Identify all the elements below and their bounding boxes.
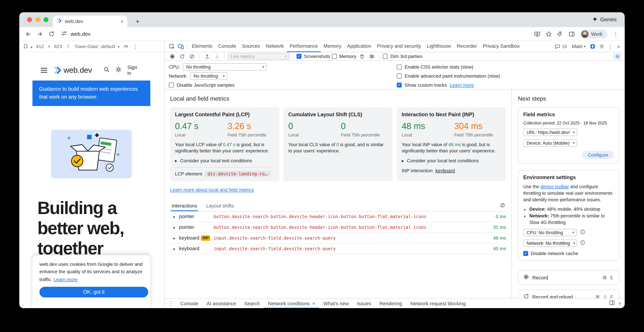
cookie-accept-button[interactable]: OK, got it bbox=[40, 287, 148, 298]
clear-interactions-icon[interactable] bbox=[500, 202, 505, 210]
dim-3rd-parties-checkbox-box[interactable] bbox=[383, 54, 388, 59]
bookmark-star-icon[interactable] bbox=[544, 29, 554, 39]
configure-button[interactable]: Configure bbox=[582, 151, 614, 159]
interaction-target[interactable]: button.devsite-search-button.devsite-hea… bbox=[214, 225, 482, 230]
interaction-target[interactable]: input.devsite-search-field.devsite-searc… bbox=[214, 236, 482, 240]
ignore-listing-icon[interactable] bbox=[368, 52, 376, 60]
context-selector[interactable]: Main bbox=[570, 44, 588, 49]
tab-lighthouse[interactable]: Lighthouse bbox=[424, 41, 454, 52]
interaction-target[interactable]: input.devsite-search-field.devsite-searc… bbox=[214, 246, 482, 251]
cookie-learn-more-link[interactable]: Learn more bbox=[54, 277, 78, 282]
extensions-puzzle-icon[interactable] bbox=[555, 29, 565, 39]
inp-interaction-link[interactable]: keyboard bbox=[436, 168, 455, 173]
inspect-element-icon[interactable] bbox=[167, 42, 176, 52]
tab-console[interactable]: Console bbox=[215, 41, 239, 52]
row-expand-icon[interactable] bbox=[173, 236, 179, 240]
close-window-button[interactable] bbox=[27, 17, 32, 22]
search-icon[interactable] bbox=[104, 66, 110, 74]
row-expand-icon[interactable] bbox=[173, 246, 179, 251]
drawer-tab-rendering[interactable]: Rendering bbox=[375, 298, 406, 308]
devtools-close-icon[interactable] bbox=[615, 42, 622, 52]
webdev-logo[interactable]: web.dev bbox=[53, 66, 92, 75]
env-network-select[interactable]: Network: No throttling bbox=[523, 240, 577, 247]
screenshots-checkbox[interactable]: Screenshots bbox=[296, 54, 330, 59]
screenshots-checkbox-box[interactable] bbox=[296, 54, 301, 59]
drawer-tab-issues[interactable]: Issues bbox=[353, 298, 376, 308]
throttling-indicator-icon[interactable] bbox=[123, 43, 129, 50]
minimize-window-button[interactable] bbox=[35, 17, 40, 22]
inp-test-conditions-toggle[interactable]: Consider your local test conditions bbox=[402, 158, 501, 164]
collect-garbage-icon[interactable] bbox=[358, 52, 366, 60]
device-type-select[interactable] bbox=[23, 44, 32, 49]
issues-counter[interactable]: 16 bbox=[553, 44, 569, 49]
show-custom-tracks-checkbox[interactable] bbox=[397, 82, 402, 87]
browser-tab[interactable]: web.dev bbox=[53, 16, 127, 27]
capture-settings-gear-icon[interactable] bbox=[613, 53, 622, 60]
devtools-menu-icon[interactable] bbox=[607, 42, 614, 52]
install-icon[interactable] bbox=[532, 29, 542, 39]
dimension-stepper-icon[interactable] bbox=[66, 44, 70, 49]
site-settings-icon[interactable] bbox=[61, 30, 67, 38]
devtools-settings-gear-icon[interactable] bbox=[598, 42, 606, 52]
tab-performance[interactable]: Performance bbox=[287, 41, 321, 52]
record-icon[interactable] bbox=[168, 52, 176, 60]
drawer-tab-search[interactable]: Search bbox=[240, 298, 264, 308]
reload-icon[interactable] bbox=[46, 29, 56, 39]
dim-3rd-parties-checkbox[interactable]: Dim 3rd parties bbox=[383, 54, 422, 59]
viewport-height-value[interactable]: 823 bbox=[54, 44, 62, 49]
cpu-info-icon[interactable] bbox=[580, 229, 586, 236]
record-and-reload-button[interactable]: Record and reload ⌘ ⇧ E bbox=[518, 290, 619, 298]
close-drawer-icon[interactable] bbox=[618, 301, 622, 306]
tab-elements[interactable]: Elements bbox=[189, 41, 215, 52]
zoom-window-button[interactable] bbox=[44, 17, 48, 22]
drawer-tab-network-request-blocking[interactable]: Network request blocking bbox=[406, 298, 470, 308]
tab-close-icon[interactable] bbox=[120, 19, 124, 24]
forward-icon[interactable] bbox=[35, 29, 45, 39]
drawer-menu-icon[interactable] bbox=[168, 300, 174, 307]
record-and-reload-icon[interactable] bbox=[178, 52, 186, 60]
interaction-row[interactable]: pointer button.devsite-search-button.dev… bbox=[170, 222, 506, 233]
history-mode-select[interactable]: Live metrics bbox=[228, 53, 290, 60]
paint-instrumentation-checkbox[interactable] bbox=[397, 74, 402, 78]
side-panel-icon[interactable] bbox=[567, 29, 577, 39]
field-url-select[interactable]: URL: https://web.dev/ bbox=[523, 128, 577, 136]
address-bar[interactable]: web.dev bbox=[58, 30, 531, 38]
gemini-button[interactable]: Gemini bbox=[592, 16, 616, 23]
row-expand-icon[interactable] bbox=[173, 214, 179, 219]
clear-icon[interactable] bbox=[188, 52, 196, 60]
toggle-device-toolbar-icon[interactable] bbox=[176, 42, 185, 52]
tab-application[interactable]: Application bbox=[344, 41, 374, 52]
lcp-test-conditions-toggle[interactable]: Consider your local test conditions bbox=[175, 158, 274, 164]
memory-checkbox[interactable]: Memory bbox=[332, 54, 356, 59]
new-tab-button[interactable] bbox=[133, 16, 142, 26]
network-info-icon[interactable] bbox=[580, 240, 586, 247]
lcp-element-link[interactable]: div.devsite-landing-row-item-d… bbox=[205, 171, 271, 176]
interaction-row[interactable]: keyboard input.devsite-search-field.devs… bbox=[170, 244, 506, 254]
back-icon[interactable] bbox=[23, 29, 33, 39]
disable-js-samples-checkbox[interactable] bbox=[169, 82, 174, 87]
metrics-learn-more-link[interactable]: Learn more about local and field metrics bbox=[170, 187, 254, 192]
network-throttle-select[interactable]: No throttling bbox=[190, 72, 227, 80]
field-device-select[interactable]: Device: Auto (Mobile) bbox=[523, 139, 577, 147]
tab-network[interactable]: Network bbox=[263, 41, 287, 52]
record-button[interactable]: Record ⌘ E bbox=[518, 270, 619, 285]
device-toolbar-link[interactable]: device toolbar bbox=[540, 184, 569, 189]
emulation-active-icon[interactable] bbox=[588, 42, 597, 52]
memory-checkbox-box[interactable] bbox=[332, 54, 337, 59]
env-cpu-select[interactable]: CPU: No throttling bbox=[523, 229, 577, 236]
interaction-row[interactable]: pointer button.devsite-search-button.dev… bbox=[170, 212, 506, 222]
tab-memory[interactable]: Memory bbox=[321, 41, 344, 52]
cpu-throttle-select[interactable]: No throttling bbox=[183, 63, 267, 71]
tab-privacy-sandbox[interactable]: Privacy Sandbox bbox=[480, 41, 522, 52]
tab-sources[interactable]: Sources bbox=[239, 41, 263, 52]
menu-hamburger-icon[interactable] bbox=[41, 68, 47, 72]
profile-chip[interactable]: Work bbox=[580, 30, 608, 38]
tab-interactions[interactable]: Interactions bbox=[171, 201, 198, 211]
tab-layout-shifts[interactable]: Layout shifts bbox=[206, 201, 235, 211]
save-data-select[interactable]: 'Save-Data': default bbox=[74, 44, 120, 49]
browser-menu-icon[interactable] bbox=[611, 29, 621, 39]
sign-in-link[interactable]: Sign in bbox=[127, 64, 142, 76]
interaction-row[interactable]: keyboard INP input.devsite-search-field.… bbox=[170, 233, 506, 244]
close-network-conditions-icon[interactable] bbox=[312, 301, 315, 306]
toggle-drawer-layout-icon[interactable] bbox=[609, 300, 615, 307]
